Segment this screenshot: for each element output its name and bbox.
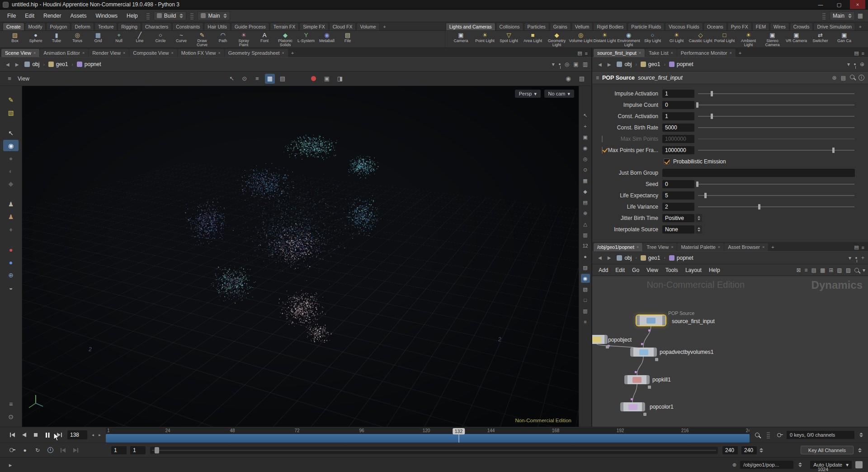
edit-tool-icon[interactable]: ◆ — [3, 178, 19, 189]
search-icon[interactable] — [850, 75, 854, 79]
key-icon[interactable] — [777, 432, 783, 438]
path-dropdown-icon[interactable]: ▾ — [849, 255, 851, 261]
main-selector-spinner[interactable] — [223, 14, 227, 18]
prev-frame-button[interactable]: ◂ — [90, 430, 96, 439]
tool-geometry-light[interactable]: ◆Geometry Light — [545, 32, 569, 47]
tool-path[interactable]: ◠Path — [212, 32, 233, 43]
network-tab-tree-view[interactable]: Tree View× — [643, 243, 677, 251]
playhead-marker[interactable]: 132 — [453, 428, 465, 434]
param-const-activation-slider[interactable] — [697, 112, 855, 120]
select-mode-icon[interactable]: ↖ — [227, 74, 237, 84]
help-book-icon[interactable]: ▤ — [841, 75, 846, 81]
node-popkill1[interactable] — [624, 375, 650, 384]
shelf-tab-vellum[interactable]: Vellum — [571, 23, 593, 30]
shelf-tab-modify[interactable]: Modify — [25, 23, 46, 30]
close-icon[interactable]: × — [123, 51, 125, 55]
tool-spot-light[interactable]: ▽Spot Light — [497, 32, 521, 43]
global-start-field[interactable]: 1 — [111, 446, 127, 454]
search-icon[interactable] — [854, 268, 859, 272]
forward-icon[interactable]: ▶ — [13, 61, 21, 68]
frame-range-slider[interactable] — [150, 447, 718, 454]
param-max-sim-points-checkbox[interactable] — [602, 135, 603, 143]
pan-icon[interactable]: + — [581, 122, 590, 131]
tool-switcher[interactable]: ⇄Switcher — [808, 32, 832, 43]
pause-button[interactable] — [42, 429, 53, 440]
world-icon[interactable]: ⊕ — [3, 269, 19, 281]
lock-view-icon[interactable]: ◉ — [581, 143, 590, 153]
param-interpolate-source-field[interactable]: None — [662, 225, 694, 234]
param-max-points-per-frame-field[interactable]: 1000000 — [662, 146, 694, 154]
camera-lock-icon[interactable]: ▣ — [322, 74, 332, 84]
timeline-ruler[interactable]: 124487296120144168192216240 — [106, 428, 750, 434]
shelf-tab-deform[interactable]: Deform — [71, 23, 94, 30]
param-tab-take-list[interactable]: Take List× — [645, 49, 677, 57]
jump-to-start-button[interactable] — [6, 429, 18, 440]
level-icon[interactable]: 12 — [581, 241, 590, 250]
tool-curve[interactable]: ~Curve — [171, 32, 192, 43]
back-icon[interactable]: ◀ — [4, 61, 12, 68]
scene-tab-motion-fx-view[interactable]: Motion FX View× — [178, 49, 224, 57]
param-seed-slider[interactable] — [697, 180, 855, 188]
param-impulse-count-field[interactable]: 0 — [662, 101, 694, 109]
crumb-geo1[interactable]: geo1 — [46, 60, 71, 68]
param-interpolate-source-menu-spinner[interactable] — [696, 225, 702, 234]
close-icon[interactable]: × — [639, 51, 641, 55]
close-icon[interactable]: × — [637, 245, 639, 249]
tool-gi-light[interactable]: ☀GI Light — [665, 32, 689, 43]
tool-grid[interactable]: ▦Grid — [88, 32, 108, 43]
main-selector[interactable]: Main — [198, 11, 230, 20]
gear-icon[interactable]: ⊛ — [832, 75, 837, 81]
close-icon[interactable]: × — [171, 51, 173, 55]
shelf-tab-drive-simulation[interactable]: Drive Simulation — [813, 23, 855, 30]
param-seed-slider-handle[interactable] — [696, 181, 698, 187]
texture-view-icon[interactable]: ▨ — [581, 263, 590, 272]
tool-sphere[interactable]: ●Sphere — [25, 32, 46, 43]
display-opts-icon[interactable]: ≡ — [581, 317, 590, 326]
param-max-points-per-frame-slider[interactable] — [697, 146, 855, 154]
timeline[interactable]: 124487296120144168192216240 132 — [106, 428, 750, 443]
crumb-obj[interactable]: obj — [22, 60, 42, 68]
snapshot-icon[interactable]: □ — [581, 296, 590, 305]
crumb-popnet[interactable]: popnet — [667, 254, 696, 262]
node-popobject-badge-icon[interactable] — [606, 345, 609, 348]
crumb-popnet[interactable]: popnet — [667, 60, 696, 68]
crumb-geo1[interactable]: geo1 — [638, 254, 663, 262]
crumb-geo1[interactable]: geo1 — [638, 60, 663, 68]
pane-menu-icon[interactable]: ≡ — [862, 51, 864, 56]
tool-platonic-solids[interactable]: ◆Platonic Solids — [275, 32, 296, 47]
node-name-field[interactable]: source_first_input — [638, 75, 829, 81]
note-icon[interactable]: ▨ — [846, 267, 851, 273]
tool-sky-light[interactable]: ○Sky Light — [641, 32, 665, 43]
tool-vr-camera[interactable]: ▣VR Camera — [784, 32, 808, 43]
bucket-tool-icon[interactable]: ◒ — [3, 282, 19, 293]
menu-dropdown-icon[interactable]: ▾ — [863, 267, 865, 273]
snap-tool-icon[interactable]: ⊙ — [3, 411, 19, 422]
param-just-born-group-field[interactable] — [662, 169, 855, 177]
tool-null[interactable]: +Null — [108, 32, 129, 43]
tool-spray-paint[interactable]: ☀Spray Paint — [233, 32, 254, 47]
grid2-view-icon[interactable]: ⊞ — [829, 267, 833, 273]
param-life-expectancy-slider-handle[interactable] — [704, 193, 707, 198]
cursor-icon[interactable]: ↖ — [581, 111, 590, 120]
toolbar-grip-2[interactable] — [190, 12, 193, 19]
param-seed-field[interactable]: 0 — [662, 180, 694, 188]
main-menu-help[interactable]: Help — [122, 11, 142, 21]
context-path-field[interactable]: /obj/geo1/pop... — [740, 461, 793, 469]
flipbook-record-icon[interactable] — [309, 74, 319, 84]
pane-layout-icon[interactable]: ▤ — [854, 244, 859, 250]
tool-stereo-camera[interactable]: ▣Stereo Camera — [760, 32, 784, 47]
minimize-button[interactable]: — — [813, 0, 828, 9]
forward-icon[interactable]: ▶ — [605, 61, 613, 68]
shelf-tab-characters[interactable]: Characters — [142, 23, 172, 30]
shelf-tab-wires[interactable]: Wires — [770, 23, 789, 30]
scene-tab-geometry-spreadsheet[interactable]: Geometry Spreadsheet× — [225, 49, 288, 57]
path-spinner[interactable] — [798, 462, 802, 467]
shelf-tab-cloud-fx[interactable]: Cloud FX — [329, 23, 356, 30]
export-view-icon[interactable]: ◨ — [335, 74, 345, 84]
tool-point-light[interactable]: ☀Point Light — [473, 32, 497, 43]
select-tool-icon[interactable]: ↖ — [3, 127, 19, 138]
global-end-field[interactable]: 240 — [741, 446, 757, 454]
toolbar-grip[interactable] — [146, 12, 150, 19]
shelf-tab-rigging[interactable]: Rigging — [118, 23, 141, 30]
rig-tool-icon[interactable]: ♟ — [3, 211, 19, 222]
